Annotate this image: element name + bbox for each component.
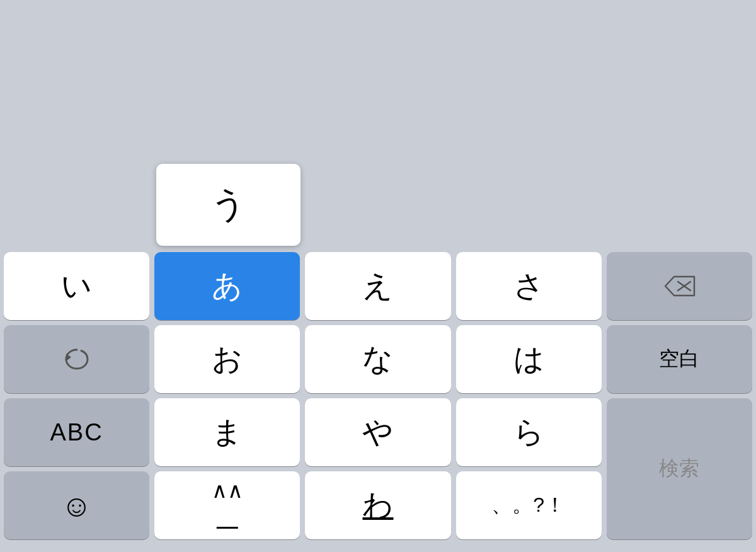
key-ya[interactable]: や (305, 398, 450, 466)
svg-marker-2 (66, 354, 71, 361)
key-ra[interactable]: ら (456, 398, 602, 466)
key-space[interactable]: 空白 (607, 325, 752, 393)
key-ma[interactable]: ま (154, 398, 300, 466)
key-n[interactable]: ∧∧ (154, 471, 300, 539)
key-emoji[interactable]: ☺ (4, 471, 149, 539)
key-abc[interactable]: ABC (4, 398, 149, 466)
popup-key-u: う (156, 164, 301, 246)
key-wa[interactable]: わ (305, 471, 450, 539)
keyboard-container: う い あ え さ (0, 247, 756, 552)
key-a[interactable]: あ (154, 252, 300, 320)
key-sa[interactable]: さ (456, 252, 602, 320)
keyboard-grid: う い あ え さ (4, 252, 752, 539)
undo-icon (62, 345, 91, 374)
key-na[interactable]: な (305, 325, 450, 393)
key-punct[interactable]: 、。?！ (456, 471, 602, 539)
popup-key-label: う (210, 181, 246, 229)
key-undo[interactable] (4, 325, 149, 393)
key-search[interactable]: 検索 (607, 398, 752, 539)
key-ha[interactable]: は (456, 325, 602, 393)
key-o[interactable]: お (154, 325, 300, 393)
delete-icon (663, 273, 696, 299)
key-i[interactable]: い (4, 252, 149, 320)
key-delete[interactable] (607, 252, 752, 320)
key-e[interactable]: え (305, 252, 450, 320)
